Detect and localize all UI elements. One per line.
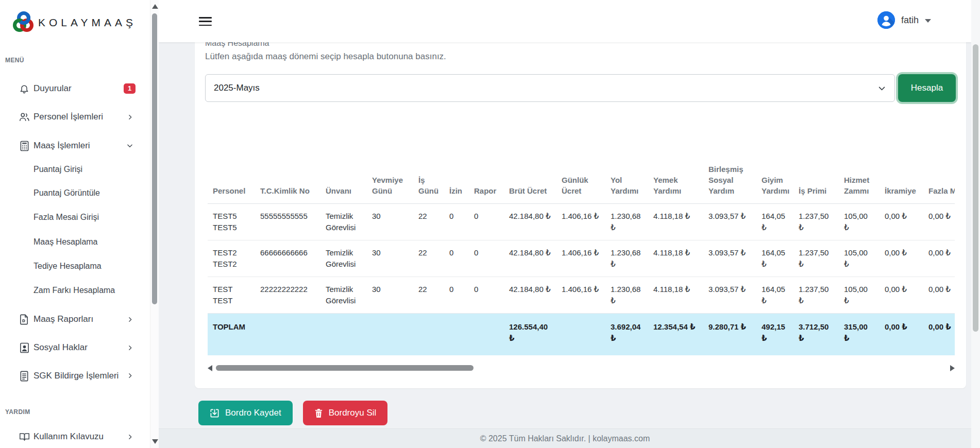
kolaymaas-logo-icon	[11, 10, 34, 35]
table-cell: TEST5 TEST5	[208, 204, 255, 240]
table-cell: 0,00 ₺	[880, 204, 923, 240]
table-cell: 0,00 ₺	[880, 277, 923, 314]
vertical-scrollbar-thumb[interactable]	[973, 44, 978, 332]
caret-down-icon	[925, 19, 931, 23]
sidebar-subitem-maas-hesaplama[interactable]: Maaş Hesaplama	[33, 237, 98, 247]
column-header: Hizmet Zammı	[839, 151, 880, 204]
vertical-scrollbar[interactable]	[971, 0, 980, 448]
table-cell: 3.093,57 ₺	[703, 204, 756, 240]
sidebar-subitem-zam-farki-hesaplama[interactable]: Zam Farkı Hesaplama	[33, 286, 115, 295]
table-cell: 4.118,18 ₺	[648, 204, 703, 240]
bordro-actions: Bordro Kaydet Bordroyu Sil	[198, 401, 387, 425]
table-cell: 1.230,68 ₺	[605, 277, 648, 314]
user-avatar-icon	[877, 11, 895, 29]
table-cell: 105,00 ₺	[839, 240, 880, 277]
table-cell: 164,05 ₺	[756, 277, 793, 314]
column-header: Ünvanı	[320, 151, 367, 204]
horizontal-scrollbar-thumb[interactable]	[216, 365, 474, 371]
sidebar-item-label: Kullanım Kılavuzu	[33, 432, 104, 442]
total-cell: 9.280,71 ₺	[703, 314, 756, 356]
column-header: Personel	[208, 151, 255, 204]
person-card-icon	[19, 342, 30, 353]
brand[interactable]: KOLAYMAAŞ	[11, 8, 137, 37]
bordroyu-sil-button[interactable]: Bordroyu Sil	[303, 401, 388, 425]
book-icon	[19, 431, 30, 442]
card-subtitle: Lütfen aşağıda maaş dönemi seçip hesapla…	[205, 51, 956, 62]
scroll-left-arrow[interactable]	[208, 365, 212, 371]
table-cell: 0,00 ₺	[880, 240, 923, 277]
users-icon	[19, 111, 30, 123]
chevron-right-icon	[127, 434, 133, 440]
table-cell: 0	[469, 204, 504, 240]
table-cell: 0	[444, 204, 469, 240]
period-select[interactable]: 2025-Mayıs	[205, 74, 895, 102]
page-footer: © 2025 Tüm Hakları Saklıdır. | kolaymaas…	[159, 428, 971, 448]
column-header: Rapor	[469, 151, 504, 204]
total-cell: TOPLAM	[208, 314, 255, 356]
total-cell: 12.354,54 ₺	[648, 314, 703, 356]
chevron-right-icon	[127, 344, 133, 351]
scroll-right-arrow[interactable]	[950, 365, 955, 371]
table-cell: 1.406,16 ₺	[556, 204, 605, 240]
hesapla-button[interactable]: Hesapla	[898, 74, 956, 102]
sidebar-item-label: Maaş Raporları	[33, 314, 93, 324]
column-header: Yemek Yardımı	[648, 151, 703, 204]
table-cell: 55555555555	[255, 204, 320, 240]
total-cell	[413, 314, 444, 356]
bordro-kaydet-button[interactable]: Bordro Kaydet	[198, 401, 293, 425]
column-header: Yevmiye Günü	[367, 151, 413, 204]
sidebar-item-maas-islemleri[interactable]: Maaş İşlemleri	[0, 138, 150, 153]
sidebar-subitem-fazla-mesai-girisi[interactable]: Fazla Mesai Girişi	[33, 213, 99, 222]
total-cell: 126.554,40 ₺	[504, 314, 556, 356]
table-cell: Temizlik Görevlisi	[320, 240, 367, 277]
scroll-down-arrow[interactable]	[152, 439, 158, 444]
column-header: İş Günü	[413, 151, 444, 204]
column-header: Yol Yardımı	[605, 151, 648, 204]
table-cell: 1.406,16 ₺	[556, 277, 605, 314]
total-cell: 492,15 ₺	[756, 314, 793, 356]
table-cell: 0	[469, 240, 504, 277]
sidebar-item-label: Maaş İşlemleri	[33, 141, 90, 151]
table-cell: 3.093,57 ₺	[703, 277, 756, 314]
calculator-icon	[19, 140, 30, 151]
table-cell: 0	[444, 240, 469, 277]
sidebar-item-maas-raporlari[interactable]: Maaş Raporları	[0, 312, 150, 327]
sidebar-scrollbar[interactable]	[150, 0, 159, 448]
scroll-up-arrow[interactable]	[152, 4, 158, 9]
sidebar-item-sosyal-haklar[interactable]: Sosyal Haklar	[0, 340, 150, 355]
bell-icon	[19, 83, 30, 94]
sidebar-scrollbar-thumb[interactable]	[152, 13, 157, 304]
sidebar-subitem-puantaj-goruntule[interactable]: Puantaj Görüntüle	[33, 188, 100, 198]
sidebar-subitem-tediye-hesaplama[interactable]: Tediye Hesaplama	[33, 262, 102, 271]
total-cell: 315,00 ₺	[839, 314, 880, 356]
download-icon	[210, 408, 219, 418]
chevron-right-icon	[127, 372, 133, 379]
sidebar-item-kullanim-kilavuzu[interactable]: Kullanım Kılavuzu	[0, 429, 150, 444]
table-cell: 1.230,68 ₺	[605, 240, 648, 277]
table-cell: 1.237,50 ₺	[793, 204, 839, 240]
column-header: T.C.Kimlik No	[255, 151, 320, 204]
table-cell: 22	[413, 204, 444, 240]
table-cell: 1.237,50 ₺	[793, 277, 839, 314]
total-row: TOPLAM 126.554,40 ₺ 3.692,04 ₺ 12.354,54…	[208, 314, 955, 356]
table-cell: 30	[367, 204, 413, 240]
topbar: fatih	[159, 0, 971, 42]
total-cell: 3.712,50 ₺	[793, 314, 839, 356]
table-cell: 42.184,80 ₺	[504, 204, 556, 240]
hamburger-menu-icon[interactable]	[199, 17, 212, 26]
table-cell: 3.093,57 ₺	[703, 240, 756, 277]
chevron-right-icon	[127, 114, 133, 120]
horizontal-scrollbar[interactable]	[208, 364, 955, 372]
table-row: TEST5 TEST5 55555555555 Temizlik Görevli…	[208, 204, 955, 240]
sidebar-item-personel-islemleri[interactable]: Personel İşlemleri	[0, 109, 150, 125]
payroll-table-container: Personel T.C.Kimlik No Ünvanı Yevmiye Gü…	[208, 151, 955, 355]
table-header-row: Personel T.C.Kimlik No Ünvanı Yevmiye Gü…	[208, 151, 955, 204]
help-section-label: YARDIM	[5, 408, 30, 416]
user-menu[interactable]: fatih	[877, 11, 931, 29]
sidebar-subitem-puantaj-girisi[interactable]: Puantaj Girişi	[33, 165, 82, 174]
total-cell: 0,00 ₺	[880, 314, 923, 356]
sidebar-item-duyurular[interactable]: Duyurular 1	[0, 81, 150, 96]
sidebar: KOLAYMAAŞ MENÜ Duyurular 1 Personel İşle…	[0, 0, 150, 448]
footer-text: © 2025 Tüm Hakları Saklıdır. | kolaymaas…	[480, 434, 650, 443]
sidebar-item-sgk-bildirge-islemleri[interactable]: SGK Bildirge İşlemleri	[0, 368, 150, 399]
